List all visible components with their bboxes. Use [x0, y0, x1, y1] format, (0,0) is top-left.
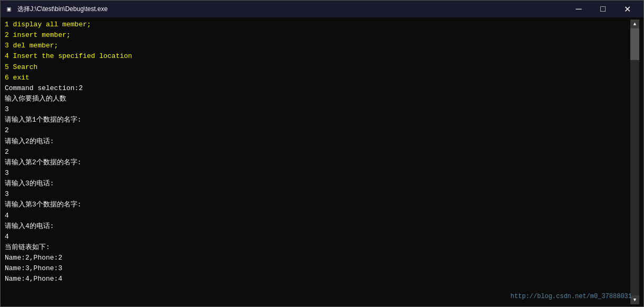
- console-line: Command selection:2: [5, 83, 630, 94]
- console-line: 请输入2的电话:: [5, 136, 630, 147]
- console-line: Name:3,Phone:3: [5, 263, 630, 274]
- close-button[interactable]: ✕: [615, 1, 639, 17]
- console-line: 3: [5, 168, 630, 179]
- console-line: Name:2,Phone:2: [5, 253, 630, 263]
- console-line: 2: [5, 147, 630, 157]
- console-line: 请输入第2个数据的名字:: [5, 157, 630, 168]
- console-line: 请输入第1个数据的名字:: [5, 115, 630, 125]
- title-bar-text: 选择J:\C\test\bin\Debug\test.exe: [17, 5, 567, 14]
- console-line: 6 exit: [5, 73, 630, 83]
- title-bar: ▣ 选择J:\C\test\bin\Debug\test.exe ─ □ ✕: [1, 1, 643, 17]
- maximize-button[interactable]: □: [591, 1, 615, 17]
- console-line: Name:4,Phone:4: [5, 274, 630, 284]
- watermark: http://blog.csdn.net/m0_37888031: [511, 293, 632, 300]
- console-line: 1 display all member;: [5, 19, 630, 30]
- console-area: 1 display all member;2 insert member;3 d…: [1, 17, 643, 306]
- scrollbar-thumb[interactable]: [630, 28, 639, 60]
- console-line: 3: [5, 189, 630, 200]
- console-line: 请输入3的电话:: [5, 179, 630, 189]
- console-line: 请输入第3个数据的名字:: [5, 200, 630, 210]
- console-line: 3: [5, 104, 630, 115]
- console-line: 请输入4的电话:: [5, 221, 630, 232]
- console-window: ▣ 选择J:\C\test\bin\Debug\test.exe ─ □ ✕ 1…: [0, 0, 644, 307]
- console-line: 4: [5, 211, 630, 221]
- scrollbar[interactable]: ▲ ▼: [630, 19, 639, 304]
- console-line: 3 del member;: [5, 41, 630, 51]
- window-controls: ─ □ ✕: [567, 1, 639, 17]
- console-line: 输入你要插入的人数: [5, 94, 630, 104]
- console-line: 4: [5, 232, 630, 242]
- console-line: 2: [5, 125, 630, 136]
- console-line: 4 Insert the specified location: [5, 51, 630, 62]
- scrollbar-track[interactable]: [630, 28, 639, 295]
- console-line: 当前链表如下:: [5, 242, 630, 253]
- window-icon: ▣: [5, 5, 13, 13]
- minimize-button[interactable]: ─: [567, 1, 591, 17]
- scroll-up-arrow[interactable]: ▲: [630, 19, 639, 28]
- console-line: 2 insert member;: [5, 30, 630, 41]
- console-line: 5 Search: [5, 62, 630, 73]
- console-content: 1 display all member;2 insert member;3 d…: [5, 19, 630, 304]
